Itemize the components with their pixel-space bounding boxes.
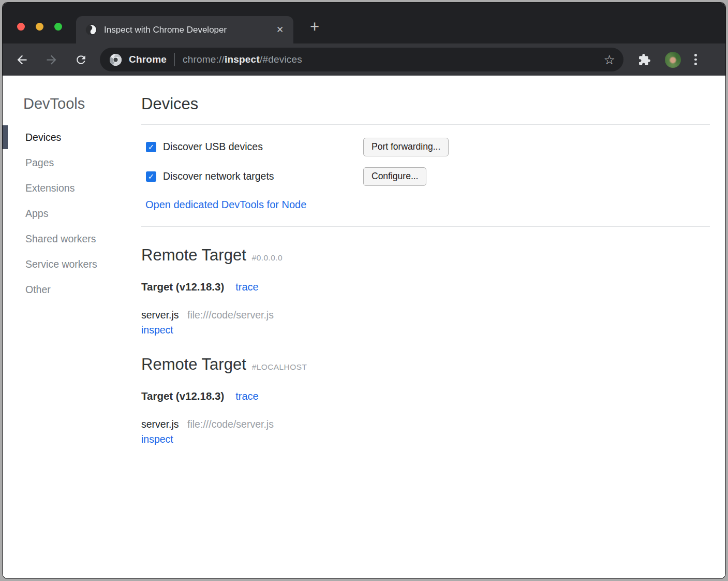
sidebar-item-shared-workers[interactable]: Shared workers (3, 226, 141, 252)
trace-link[interactable]: trace (235, 390, 258, 402)
discover-usb-label: Discover USB devices (163, 141, 263, 153)
discover-network-checkbox[interactable]: ✓ (146, 171, 156, 182)
address-bar[interactable]: Chrome chrome://inspect/#devices ☆ (100, 48, 623, 71)
target-inspect-row: inspect (141, 324, 710, 336)
inspect-page: DevTools Devices Pages Extensions Apps S… (3, 76, 725, 578)
remote-target-title: Remote Target (141, 355, 246, 374)
target-file-row: server.js file:///code/server.js (141, 418, 710, 430)
url-scheme: chrome:// (183, 54, 225, 65)
reload-icon[interactable] (70, 49, 92, 70)
port-forwarding-button[interactable]: Port forwarding... (363, 138, 449, 156)
discover-network-label: Discover network targets (163, 170, 274, 182)
bookmark-star-icon[interactable]: ☆ (604, 53, 615, 66)
target-file-url: file:///code/server.js (187, 418, 274, 430)
target-file-url: file:///code/server.js (187, 309, 274, 321)
forward-icon[interactable] (40, 49, 62, 70)
browser-tab[interactable]: Inspect with Chrome Developer ✕ (76, 16, 293, 43)
remote-target-address: #0.0.0.0 (252, 253, 283, 263)
browser-toolbar: Chrome chrome://inspect/#devices ☆ (3, 43, 725, 76)
discover-usb-checkbox[interactable]: ✓ (146, 142, 156, 152)
trace-link[interactable]: trace (235, 281, 258, 293)
network-discovery-row: ✓ Discover network targets Configure... (141, 162, 710, 191)
target-version-label: Target (v12.18.3) (141, 390, 224, 402)
page-title: Devices (141, 95, 710, 113)
globe-icon (85, 24, 97, 36)
remote-target-section-0: Remote Target #0.0.0.0 Target (v12.18.3)… (141, 246, 710, 336)
zoom-window-button[interactable] (54, 23, 62, 31)
remote-target-heading: Remote Target #0.0.0.0 (141, 246, 710, 265)
sidebar-title: DevTools (23, 95, 141, 112)
profile-avatar[interactable] (665, 52, 681, 68)
omnibox-divider (174, 53, 175, 66)
chrome-logo-icon (109, 53, 122, 66)
inspect-link[interactable]: inspect (141, 433, 173, 445)
sidebar-item-service-workers[interactable]: Service workers (3, 252, 141, 277)
main-content: Devices ✓ Discover USB devices Port forw… (141, 76, 725, 578)
tab-title: Inspect with Chrome Developer (104, 25, 259, 35)
target-file-name: server.js (141, 309, 179, 321)
remote-target-heading: Remote Target #LOCALHOST (141, 355, 710, 374)
sidebar: DevTools Devices Pages Extensions Apps S… (3, 76, 141, 578)
remote-target-address: #LOCALHOST (252, 362, 307, 372)
minimize-window-button[interactable] (36, 23, 43, 31)
target-file-name: server.js (141, 418, 179, 430)
remote-target-section-1: Remote Target #LOCALHOST Target (v12.18.… (141, 355, 710, 445)
target-version-label: Target (v12.18.3) (141, 281, 224, 293)
usb-discovery-row: ✓ Discover USB devices Port forwarding..… (141, 132, 710, 162)
sidebar-item-other[interactable]: Other (3, 277, 141, 302)
open-node-devtools-link[interactable]: Open dedicated DevTools for Node (145, 199, 306, 210)
target-file-row: server.js file:///code/server.js (141, 309, 710, 321)
sidebar-item-apps[interactable]: Apps (3, 201, 141, 226)
site-name-label: Chrome (129, 54, 167, 65)
remote-target-title: Remote Target (141, 246, 246, 265)
url-text[interactable]: chrome://inspect/#devices (183, 54, 302, 65)
tab-close-icon[interactable]: ✕ (274, 24, 286, 36)
close-window-button[interactable] (17, 23, 25, 31)
target-version-row: Target (v12.18.3) trace (141, 281, 710, 293)
traffic-lights (17, 23, 62, 31)
usb-discovery-option: ✓ Discover USB devices (141, 141, 363, 153)
configure-button[interactable]: Configure... (363, 167, 426, 186)
three-dot-menu-icon[interactable] (694, 54, 697, 65)
extensions-puzzle-icon[interactable] (638, 53, 651, 66)
sidebar-item-extensions[interactable]: Extensions (3, 176, 141, 201)
sidebar-item-devices[interactable]: Devices (3, 125, 141, 150)
discovery-settings: ✓ Discover USB devices Port forwarding..… (141, 125, 710, 211)
browser-window: Inspect with Chrome Developer ✕ + (3, 3, 725, 578)
target-version-row: Target (v12.18.3) trace (141, 390, 710, 402)
divider (141, 226, 710, 227)
url-path: /#devices (260, 54, 302, 65)
node-devtools-row: Open dedicated DevTools for Node (145, 199, 710, 211)
target-inspect-row: inspect (141, 433, 710, 445)
network-discovery-option: ✓ Discover network targets (141, 170, 363, 182)
new-tab-button[interactable]: + (306, 18, 323, 36)
back-icon[interactable] (11, 49, 33, 70)
url-host: inspect (225, 54, 260, 65)
tab-strip: Inspect with Chrome Developer ✕ + (3, 3, 725, 43)
sidebar-item-pages[interactable]: Pages (3, 150, 141, 176)
site-chip: Chrome (109, 53, 167, 66)
inspect-link[interactable]: inspect (141, 324, 173, 336)
sidebar-list: Devices Pages Extensions Apps Shared wor… (3, 125, 141, 302)
